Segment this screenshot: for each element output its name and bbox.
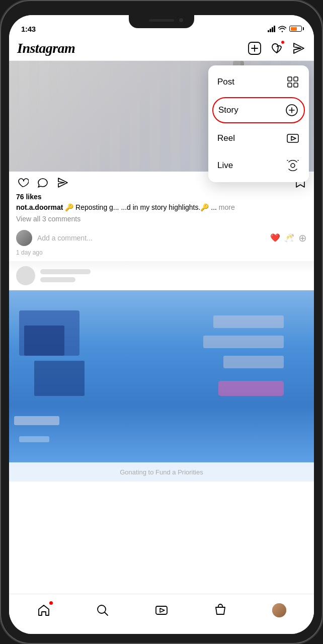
svg-rect-4 <box>294 77 298 81</box>
add-comment-row: Add a comment... ❤️ 🥂 ⊕ <box>9 227 314 249</box>
live-icon <box>286 158 300 173</box>
comment-button[interactable] <box>36 176 49 189</box>
phone-screen: 1:43 <box>9 15 314 634</box>
comment-input[interactable]: Add a comment... <box>37 234 265 242</box>
svg-point-12 <box>291 164 295 168</box>
battery-icon <box>289 26 302 32</box>
wifi-icon <box>278 25 287 32</box>
blurred-avatar <box>16 266 35 285</box>
story-label: Story <box>218 105 238 115</box>
reel-icon <box>286 131 300 145</box>
nav-search[interactable] <box>92 599 114 621</box>
dropdown-reel[interactable]: Reel <box>208 125 309 152</box>
nav-profile[interactable] <box>268 599 290 621</box>
share-button[interactable] <box>56 176 69 189</box>
live-label: Live <box>217 160 233 171</box>
create-dropdown: Post Story <box>208 65 309 182</box>
phone-frame: 1:43 <box>0 0 323 644</box>
blurred-subname <box>40 277 75 282</box>
bottom-nav <box>9 594 314 634</box>
svg-marker-16 <box>160 608 165 612</box>
user-avatar <box>16 230 32 246</box>
post-timestamp: 1 day ago <box>9 249 314 261</box>
home-badge <box>49 601 53 605</box>
dropdown-live[interactable]: Live <box>208 152 309 179</box>
svg-rect-6 <box>294 83 298 87</box>
post-label: Post <box>217 77 234 87</box>
svg-rect-15 <box>156 606 167 614</box>
add-reaction[interactable]: ⊕ <box>298 232 307 244</box>
post-caption: not.a.doormat 🔑 Reposting g... ...d in m… <box>9 203 314 215</box>
status-icons <box>268 25 302 32</box>
svg-marker-11 <box>291 136 296 140</box>
svg-rect-3 <box>288 77 292 81</box>
svg-line-14 <box>105 612 108 615</box>
caption-more[interactable]: more <box>219 203 235 211</box>
speaker <box>149 19 174 22</box>
dropdown-post[interactable]: Post <box>208 68 309 96</box>
app-header: Instagram <box>9 37 314 61</box>
likes-count: 76 likes <box>9 193 314 203</box>
svg-rect-10 <box>287 134 298 142</box>
view-comments[interactable]: View all 3 comments <box>9 215 314 227</box>
nav-home[interactable] <box>33 599 55 621</box>
signal-icon <box>268 26 275 32</box>
dropdown-story[interactable]: Story <box>212 97 305 123</box>
blurred-image: Gonating to Fund a Priorities <box>9 290 314 481</box>
blurred-post: Gonating to Fund a Priorities <box>9 261 314 508</box>
profile-avatar <box>272 603 286 617</box>
svg-rect-5 <box>288 83 292 87</box>
caption-username: not.a.doormat 🔑 <box>16 203 73 211</box>
nav-reels[interactable] <box>150 599 173 621</box>
nav-shop[interactable] <box>209 599 231 621</box>
toast-reaction[interactable]: 🥂 <box>284 233 294 243</box>
blurred-name <box>40 269 91 274</box>
reel-label: Reel <box>217 133 235 143</box>
dm-button[interactable] <box>292 41 306 55</box>
status-time: 1:43 <box>21 25 36 33</box>
grid-icon <box>286 75 300 89</box>
story-icon <box>285 103 299 117</box>
add-post-button[interactable] <box>248 41 262 55</box>
like-button[interactable] <box>16 176 29 189</box>
phone-notch <box>129 15 194 28</box>
blurred-bottom-text: Gonating to Fund a Priorities <box>120 468 203 476</box>
header-icons <box>248 41 306 55</box>
notifications-button[interactable] <box>270 41 284 55</box>
instagram-logo: Instagram <box>17 40 75 56</box>
heart-reaction[interactable]: ❤️ <box>270 233 280 243</box>
comment-reactions: ❤️ 🥂 ⊕ <box>270 232 307 244</box>
notification-badge <box>281 40 285 44</box>
camera <box>179 18 183 22</box>
